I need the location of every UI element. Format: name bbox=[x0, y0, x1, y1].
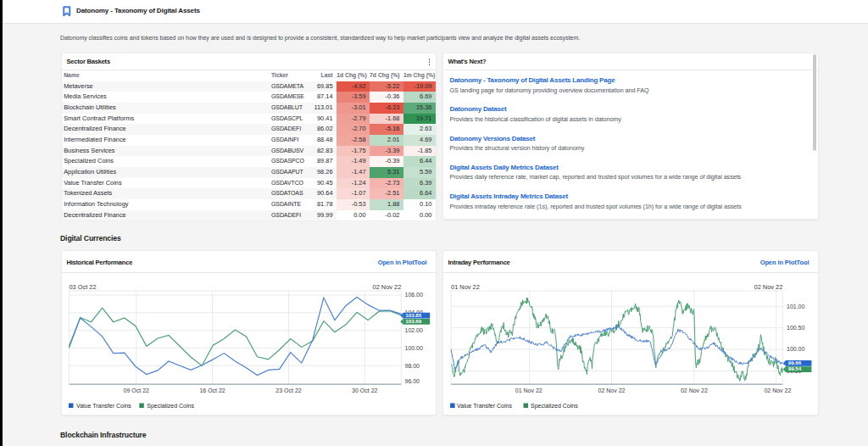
svg-text:02 Nov 22: 02 Nov 22 bbox=[754, 283, 782, 291]
svg-text:Value Transfer Coins: Value Transfer Coins bbox=[457, 403, 512, 409]
svg-text:99.54: 99.54 bbox=[787, 365, 801, 371]
svg-text:101.00: 101.00 bbox=[787, 303, 805, 309]
svg-text:01 Nov 22: 01 Nov 22 bbox=[515, 387, 542, 393]
svg-text:Specialized Coins: Specialized Coins bbox=[531, 403, 578, 410]
svg-text:01 Nov 22: 01 Nov 22 bbox=[451, 283, 480, 291]
svg-text:103.85: 103.85 bbox=[405, 312, 421, 318]
svg-text:02 Nov 22: 02 Nov 22 bbox=[764, 387, 791, 393]
svg-text:02 Nov 22: 02 Nov 22 bbox=[372, 283, 401, 291]
svg-text:Value Transfer Coins: Value Transfer Coins bbox=[76, 403, 131, 409]
svg-text:23 Oct 22: 23 Oct 22 bbox=[275, 387, 301, 393]
svg-text:100.00: 100.00 bbox=[787, 346, 805, 352]
svg-text:03 Oct 22: 03 Oct 22 bbox=[69, 283, 96, 291]
svg-text:102.00: 102.00 bbox=[404, 327, 423, 333]
svg-text:16 Oct 22: 16 Oct 22 bbox=[199, 387, 225, 393]
svg-text:98.00: 98.00 bbox=[404, 362, 420, 368]
svg-text:96.00: 96.00 bbox=[404, 378, 420, 384]
svg-text:02 Nov 22: 02 Nov 22 bbox=[680, 387, 707, 393]
svg-text:103.69: 103.69 bbox=[405, 318, 421, 324]
svg-text:09 Oct 22: 09 Oct 22 bbox=[123, 387, 148, 393]
svg-text:Specialized Coins: Specialized Coins bbox=[147, 403, 194, 410]
svg-text:100.50: 100.50 bbox=[787, 325, 805, 331]
svg-text:106.00: 106.00 bbox=[404, 292, 423, 298]
svg-text:30 Oct 22: 30 Oct 22 bbox=[352, 387, 377, 393]
svg-text:99.66: 99.66 bbox=[787, 360, 801, 365]
svg-text:02 Nov 22: 02 Nov 22 bbox=[598, 387, 625, 393]
svg-text:100.00: 100.00 bbox=[404, 344, 423, 350]
